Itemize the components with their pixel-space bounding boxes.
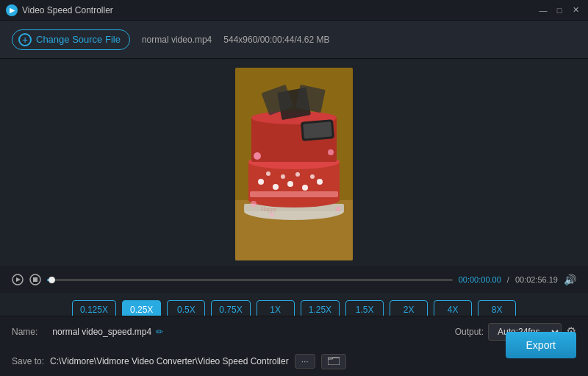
- close-button[interactable]: ✕: [569, 5, 582, 15]
- time-separator: /: [507, 275, 509, 284]
- maximize-button[interactable]: □: [553, 5, 566, 15]
- name-value: normal video_speed.mp4: [52, 327, 151, 337]
- progress-track[interactable]: [47, 279, 453, 281]
- change-source-label: Change Source File: [36, 34, 121, 45]
- svg-rect-16: [250, 191, 338, 197]
- svg-point-14: [295, 172, 300, 177]
- time-total: 00:02:56.19: [515, 275, 558, 284]
- bottom-bar: Name: normal video_speed.mp4 ✏ Output: A…: [0, 316, 588, 376]
- file-meta: 544x960/00:00:44/4.62 MB: [223, 35, 329, 45]
- video-preview: Happy: [235, 68, 353, 260]
- svg-point-9: [287, 181, 293, 187]
- name-field: normal video_speed.mp4 ✏: [52, 327, 163, 337]
- output-label: Output:: [455, 327, 484, 337]
- progress-dot: [49, 277, 55, 283]
- svg-point-29: [270, 213, 274, 217]
- titlebar: ▶ Video Speed Controller — □ ✕: [0, 0, 588, 21]
- bottom-top-row: Name: normal video_speed.mp4 ✏ Output: A…: [0, 316, 588, 347]
- app-icon: ▶: [6, 4, 18, 16]
- volume-icon[interactable]: 🔊: [564, 274, 576, 285]
- svg-text:Happy: Happy: [261, 206, 276, 213]
- file-name: normal video.mp4: [142, 35, 212, 45]
- svg-marker-32: [16, 277, 21, 282]
- play-button[interactable]: [12, 274, 24, 285]
- save-to-label: Save to:: [12, 356, 44, 366]
- svg-point-15: [310, 174, 315, 179]
- change-source-button[interactable]: + Change Source File: [12, 29, 130, 50]
- edit-icon[interactable]: ✏: [156, 327, 163, 337]
- svg-point-11: [317, 179, 323, 185]
- more-options-button[interactable]: ···: [295, 354, 315, 369]
- svg-rect-34: [33, 277, 37, 282]
- plus-icon: +: [18, 33, 32, 46]
- main-area: Happy 00:00:00.00 / 00:02:56.19 🔊 0.125X…: [0, 59, 588, 327]
- svg-point-12: [266, 171, 270, 176]
- svg-rect-24: [303, 121, 332, 138]
- svg-point-8: [273, 184, 279, 190]
- name-label: Name:: [12, 327, 37, 337]
- svg-point-25: [254, 152, 261, 160]
- bottom-bottom-row: Save to: C:\Vidmore\Vidmore Video Conver…: [0, 347, 588, 376]
- time-current: 00:00:00.00: [459, 275, 501, 284]
- playback-bar: 00:00:00.00 / 00:02:56.19 🔊: [0, 266, 588, 293]
- video-thumbnail: Happy: [235, 68, 353, 260]
- svg-point-10: [302, 185, 308, 191]
- folder-button[interactable]: [321, 354, 346, 369]
- svg-point-26: [328, 149, 334, 155]
- minimize-button[interactable]: —: [537, 5, 550, 15]
- svg-point-7: [258, 179, 264, 185]
- export-button[interactable]: Export: [506, 332, 576, 358]
- window-controls: — □ ✕: [537, 5, 582, 15]
- svg-point-27: [251, 201, 257, 207]
- svg-point-28: [336, 207, 340, 211]
- stop-button[interactable]: [29, 274, 41, 285]
- svg-point-13: [281, 174, 285, 179]
- save-path: C:\Vidmore\Vidmore Video Converter\Video…: [50, 356, 289, 366]
- toolbar: + Change Source File normal video.mp4 54…: [0, 21, 588, 59]
- app-title: Video Speed Controller: [22, 5, 537, 15]
